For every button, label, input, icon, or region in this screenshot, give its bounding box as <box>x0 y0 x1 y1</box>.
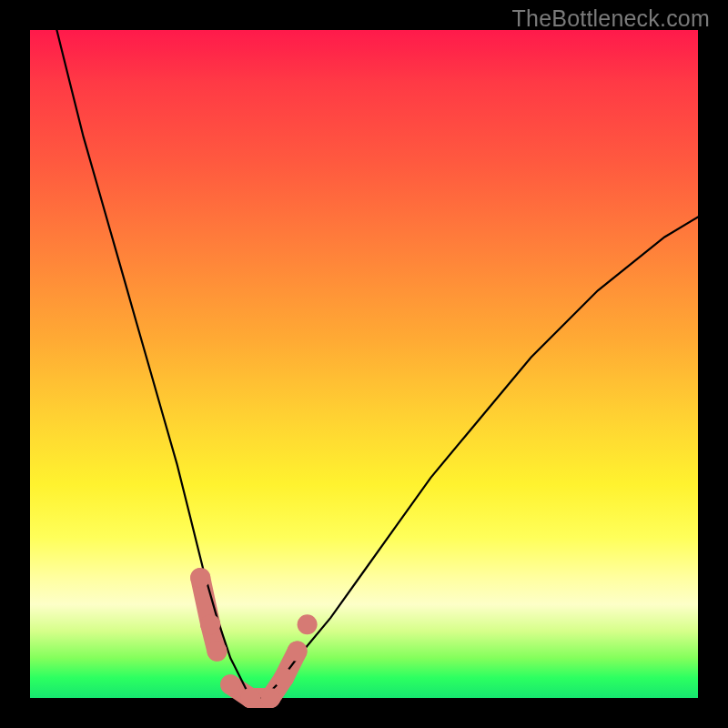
watermark-text: TheBottleneck.com <box>512 5 710 32</box>
marker-dot <box>200 614 220 634</box>
marker-dot <box>260 688 280 708</box>
marker-dot <box>220 674 240 694</box>
marker-dot <box>298 614 318 634</box>
marker-dot <box>207 642 228 662</box>
marker-dot <box>274 668 294 688</box>
chart-frame: TheBottleneck.com <box>0 0 728 728</box>
marker-dot <box>288 642 308 662</box>
marker-dot <box>190 568 210 588</box>
chart-svg-layer <box>30 30 698 698</box>
marker-dot <box>240 688 260 708</box>
bottleneck-curve <box>56 30 698 698</box>
